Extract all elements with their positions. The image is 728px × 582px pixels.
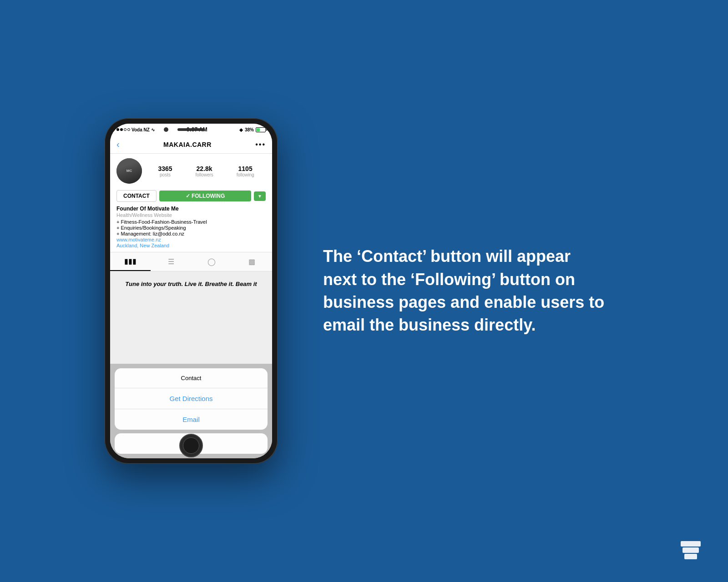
followers-label: followers [195,172,213,177]
avatar-image: MC [116,158,142,184]
status-right: ◆ 38% [239,127,266,132]
carrier-label: Voda NZ [131,127,150,132]
dropdown-button[interactable]: ▼ [254,191,266,201]
signal-dot-2 [120,128,123,131]
tab-tagged[interactable]: ▩ [232,252,272,271]
home-button[interactable] [179,434,203,457]
phone-device: Voda NZ ∿ 9:07 AM ◆ 38% [105,118,278,464]
signal-dot-1 [116,128,119,131]
logo-layer-2 [682,547,699,553]
bio-name: Founder Of Motivate Me [116,206,266,212]
bio-text-2: + Enquiries/Bookings/Speaking [116,225,186,231]
stat-following: 1105 following [237,165,254,177]
battery-percent: 38% [245,127,254,132]
bio-text-3: + Management: liz@odd.co.nz [116,231,184,236]
bio-line-1: + Fitness-Food-Fashion-Business-Travel [116,219,266,225]
following-label: ✓ FOLLOWING [186,193,225,199]
action-sheet-title: Contact [115,368,268,388]
wifi-icon: ∿ [151,127,155,132]
list-icon: ☰ [168,257,174,266]
bio-website[interactable]: www.motivateme.nz [116,237,266,242]
nav-bar: ‹ MAKAIA.CARR ••• [110,135,272,154]
stat-followers: 22.8k followers [195,165,213,177]
posts-label: posts [158,172,172,177]
stats-row: 3365 posts 22.8k followers 1105 followin… [147,165,266,177]
stat-posts: 3365 posts [158,165,172,177]
posts-count: 3365 [158,165,172,172]
tab-location[interactable]: ◯ [191,252,232,271]
following-button[interactable]: ✓ FOLLOWING [159,191,251,201]
signal-dot-3 [124,128,126,131]
text-content: The ‘Contact’ button will appear next to… [314,218,623,364]
tag-icon: ▩ [248,257,255,266]
battery-indicator [256,127,266,132]
following-count: 1105 [237,165,254,172]
back-button[interactable]: ‹ [116,139,120,150]
phone-speaker [177,128,205,131]
action-sheet-directions[interactable]: Get Directions [115,388,268,409]
grid-preview: Tune into your truth. Live it. Breathe i… [110,271,272,458]
bio-category: Health/Wellness Website [116,212,266,218]
bio-line-2: + Enquiries/Bookings/Speaking [116,225,266,231]
location-pin-icon: ◯ [207,257,216,266]
action-sheet: Contact Get Directions Email [115,368,268,430]
battery-bar [256,127,266,132]
action-sheet-email[interactable]: Email [115,409,268,430]
bio-location: Auckland, New Zealand [116,243,266,248]
phone-mockup: Voda NZ ∿ 9:07 AM ◆ 38% [105,118,278,464]
avatar-initials: MC [126,169,132,173]
logo-layer-3 [684,554,697,559]
bio-text-1: + Fitness-Food-Fashion-Business-Travel [116,219,207,225]
screen-content: Voda NZ ∿ 9:07 AM ◆ 38% [110,124,272,458]
phone-camera [164,127,168,132]
description-text: The ‘Contact’ button will appear next to… [323,245,605,337]
logo-layer-1 [681,541,701,547]
followers-count: 22.8k [195,165,213,172]
buffer-logo [681,541,701,559]
phone-screen: Voda NZ ∿ 9:07 AM ◆ 38% [110,124,272,458]
main-container: Voda NZ ∿ 9:07 AM ◆ 38% [0,0,728,582]
grid-icon: ▮▮▮ [124,257,136,266]
more-button[interactable]: ••• [255,140,266,149]
bio-section: Founder Of Motivate Me Health/Wellness W… [110,206,272,252]
signal-dot-4 [127,128,130,131]
tab-list[interactable]: ☰ [151,252,191,271]
contact-button[interactable]: CONTACT [116,190,157,202]
tab-grid[interactable]: ▮▮▮ [110,252,151,271]
profile-tab-bar: ▮▮▮ ☰ ◯ ▩ [110,252,272,271]
location-icon: ◆ [239,127,243,132]
battery-fill [257,128,260,131]
action-buttons: CONTACT ✓ FOLLOWING ▼ [110,188,272,206]
avatar: MC [116,158,142,184]
profile-stats: MC 3365 posts 22.8k followers [110,154,272,188]
bio-line-3: + Management: liz@odd.co.nz [116,231,266,236]
profile-area: MC 3365 posts 22.8k followers [110,154,272,271]
signal-dots [116,128,130,131]
profile-username: MAKAIA.CARR [163,141,212,148]
home-button-inner [183,437,199,454]
following-label: following [237,172,254,177]
grid-quote-text: Tune into your truth. Live it. Breathe i… [110,281,272,287]
status-left: Voda NZ ∿ [116,127,155,132]
